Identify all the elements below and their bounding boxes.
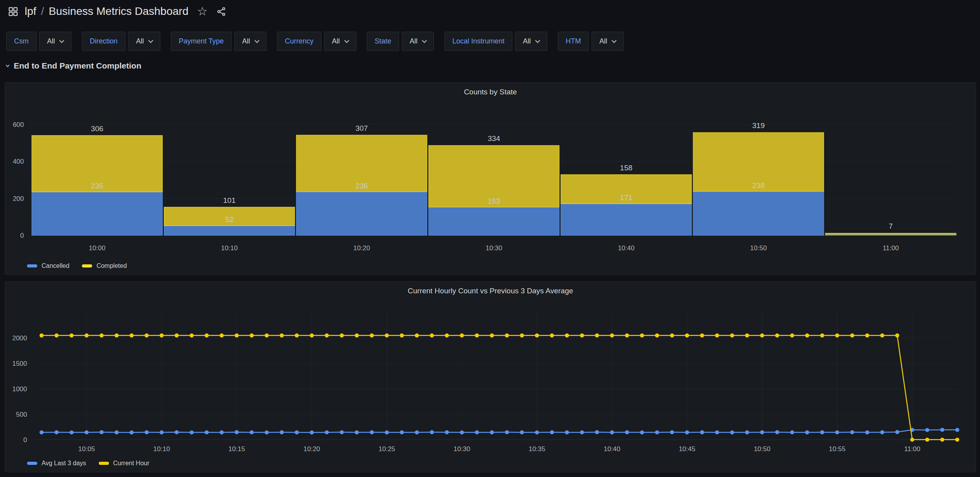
filter-group-csm: CsmAll — [6, 32, 71, 51]
filter-group-currency: CurrencyAll — [277, 32, 356, 51]
legend-item-completed[interactable]: Completed — [82, 262, 127, 269]
filter-dropdown-currency[interactable]: All — [324, 32, 356, 51]
legend-item-cancelled[interactable]: Cancelled — [27, 262, 69, 269]
filter-dropdown-local-instrument[interactable]: All — [515, 32, 547, 51]
svg-text:11:00: 11:00 — [904, 445, 920, 453]
filter-label-htm: HTM — [558, 32, 589, 51]
legend-label: Avg Last 3 days — [42, 460, 86, 467]
svg-text:10:30: 10:30 — [454, 445, 470, 453]
chart-legend: CancelledCompleted — [27, 262, 127, 269]
share-icon[interactable] — [216, 7, 226, 16]
chevron-down-icon — [535, 38, 540, 43]
filter-label-direction: Direction — [82, 32, 125, 51]
svg-text:10:50: 10:50 — [754, 445, 771, 453]
svg-text:236: 236 — [356, 182, 368, 190]
filter-label-csm: Csm — [6, 32, 36, 51]
legend-label: Current Hour — [113, 460, 149, 467]
svg-text:10:30: 10:30 — [486, 244, 503, 252]
star-icon[interactable]: ☆ — [197, 5, 208, 17]
filter-value: All — [47, 37, 55, 45]
svg-text:10:00: 10:00 — [89, 244, 105, 252]
page-title: Business Metrics Dashboard — [49, 5, 188, 18]
chevron-down-icon — [612, 38, 617, 43]
legend-swatch — [27, 462, 37, 465]
filter-label-state: State — [367, 32, 399, 51]
svg-text:10:40: 10:40 — [604, 445, 621, 453]
svg-text:10:35: 10:35 — [528, 445, 545, 453]
filter-label-local-instrument: Local Instrument — [445, 32, 512, 51]
svg-text:52: 52 — [225, 215, 234, 224]
svg-text:158: 158 — [620, 164, 633, 172]
svg-text:500: 500 — [16, 411, 27, 418]
breadcrumb-folder[interactable]: lpf — [25, 5, 36, 18]
filter-value: All — [136, 37, 144, 45]
filter-value: All — [242, 37, 250, 45]
chevron-down-icon — [422, 38, 427, 43]
svg-text:10:55: 10:55 — [829, 445, 846, 453]
filter-bar: CsmAllDirectionAllPayment TypeAllCurrenc… — [6, 32, 624, 51]
panel-counts-by-state: Counts by State 020040060030623510:00101… — [5, 82, 976, 275]
svg-text:400: 400 — [13, 158, 24, 165]
legend-swatch — [27, 264, 37, 267]
apps-grid-icon[interactable] — [8, 6, 18, 17]
chart-legend: Avg Last 3 daysCurrent Hour — [27, 460, 149, 467]
section-title: End to End Payment Completion — [14, 61, 142, 70]
filter-dropdown-direction[interactable]: All — [128, 32, 160, 51]
hourly-count-chart: 10:0510:1010:1510:2010:2510:3010:3510:40… — [5, 282, 976, 472]
svg-text:10:10: 10:10 — [153, 445, 170, 453]
filter-dropdown-csm[interactable]: All — [39, 32, 71, 51]
legend-swatch — [82, 264, 92, 267]
chevron-down-icon — [148, 38, 153, 43]
filter-dropdown-htm[interactable]: All — [592, 32, 624, 51]
chevron-down-icon — [344, 38, 349, 43]
app-header: lpf / Business Metrics Dashboard ☆ — [0, 0, 980, 23]
svg-text:307: 307 — [356, 124, 368, 132]
filter-group-local-instrument: Local InstrumentAll — [445, 32, 547, 51]
breadcrumb: lpf / Business Metrics Dashboard — [25, 5, 189, 18]
breadcrumb-separator: / — [41, 5, 44, 18]
filter-value: All — [410, 37, 417, 45]
counts-by-state-chart: 020040060030623510:001015210:1030723610:… — [5, 83, 976, 275]
svg-text:238: 238 — [752, 181, 765, 190]
svg-text:10:15: 10:15 — [229, 445, 245, 453]
filter-group-state: StateAll — [367, 32, 434, 51]
svg-text:10:25: 10:25 — [379, 445, 396, 453]
row-end-to-end-payment-completion[interactable]: End to End Payment Completion — [6, 61, 142, 70]
legend-item-avg-last-3-days[interactable]: Avg Last 3 days — [27, 460, 86, 467]
legend-item-current-hour[interactable]: Current Hour — [99, 460, 149, 467]
svg-text:334: 334 — [488, 134, 500, 143]
filter-group-payment-type: Payment TypeAll — [171, 32, 267, 51]
svg-text:10:50: 10:50 — [750, 244, 767, 252]
filter-value: All — [599, 37, 607, 45]
svg-text:101: 101 — [223, 196, 236, 204]
svg-text:235: 235 — [91, 182, 103, 190]
svg-text:319: 319 — [752, 121, 765, 130]
filter-group-htm: HTMAll — [558, 32, 624, 51]
svg-text:600: 600 — [13, 121, 24, 128]
filter-dropdown-payment-type[interactable]: All — [234, 32, 267, 51]
svg-text:7: 7 — [889, 222, 893, 230]
svg-text:171: 171 — [620, 193, 633, 202]
legend-label: Cancelled — [42, 262, 69, 269]
svg-text:0: 0 — [20, 232, 24, 239]
filter-value: All — [332, 37, 340, 45]
svg-text:200: 200 — [13, 195, 24, 202]
svg-text:10:10: 10:10 — [221, 244, 238, 252]
svg-text:1000: 1000 — [12, 385, 27, 393]
panel-current-vs-previous: Current Hourly Count vs Previous 3 Days … — [5, 281, 976, 472]
filter-label-payment-type: Payment Type — [171, 32, 232, 51]
chevron-down-icon — [59, 38, 64, 43]
legend-label: Completed — [96, 262, 127, 269]
svg-text:11:00: 11:00 — [883, 244, 899, 252]
filter-dropdown-state[interactable]: All — [402, 32, 434, 51]
chevron-down-icon — [254, 38, 260, 43]
svg-text:153: 153 — [488, 197, 500, 205]
chevron-down-icon — [6, 63, 10, 67]
svg-text:10:40: 10:40 — [618, 244, 635, 252]
svg-text:1500: 1500 — [12, 360, 27, 367]
svg-text:10:20: 10:20 — [303, 445, 320, 453]
svg-text:10:45: 10:45 — [679, 445, 695, 453]
filter-value: All — [523, 37, 531, 45]
svg-text:10:05: 10:05 — [78, 445, 95, 453]
svg-text:306: 306 — [91, 125, 103, 133]
